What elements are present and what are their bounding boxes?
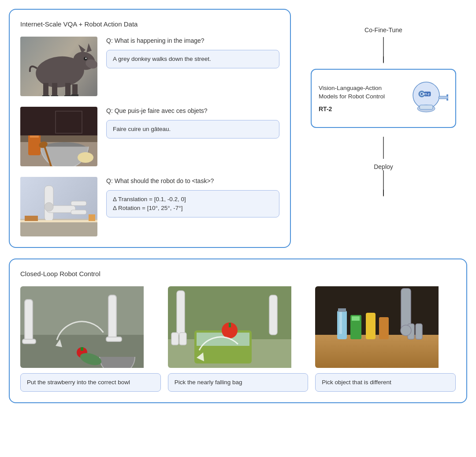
qa-content-3: Q: What should the robot do to <task>? Δ… <box>106 177 279 217</box>
robot-card-3: Pick object that is different <box>315 286 456 392</box>
arrow-deploy-bottom <box>383 170 384 197</box>
answer-box-1: A grey donkey walks down the street. <box>106 50 279 68</box>
vla-box: Vision-Language-Action Models for Robot … <box>311 69 456 128</box>
robot-photo-1 <box>20 286 161 368</box>
vqa-panel-title: Internet-Scale VQA + Robot Action Data <box>20 20 279 28</box>
vla-subtitle: RT-2 <box>319 105 399 112</box>
svg-rect-10 <box>446 99 448 101</box>
robot-card-2: Pick the nearly falling bag <box>168 286 309 392</box>
bottom-panel: Closed-Loop Robot Control Put the strawb… <box>9 258 467 403</box>
robot-photo-2 <box>168 286 309 368</box>
svg-text:RT-2: RT-2 <box>423 93 429 96</box>
arrow-to-vla <box>383 37 384 64</box>
vla-title: Vision-Language-Action Models for Robot … <box>319 84 399 101</box>
co-fine-tune-label: Co-Fine-Tune <box>364 26 402 34</box>
main-container: Internet-Scale VQA + Robot Action Data Q… <box>9 9 467 403</box>
robot-arm-image <box>20 177 97 236</box>
svg-rect-8 <box>439 96 448 99</box>
question-2: Q: Que puis-je faire avec ces objets? <box>106 107 279 116</box>
robot-caption-2: Pick the nearly falling bag <box>168 373 309 392</box>
arrow-deploy-top <box>383 137 384 163</box>
svg-marker-15 <box>383 190 384 197</box>
bottom-panel-title: Closed-Loop Robot Control <box>20 270 456 277</box>
qa-row-2: Q: Que puis-je faire avec ces objets? Fa… <box>20 107 279 166</box>
svg-rect-12 <box>420 105 433 109</box>
svg-point-5 <box>421 93 423 95</box>
robot-caption-3: Pick object that is different <box>315 373 456 392</box>
robot-photo-3 <box>315 286 456 368</box>
qa-content-2: Q: Que puis-je faire avec ces objets? Fa… <box>106 107 279 139</box>
robot-card-1: Put the strawberry into the correct bowl <box>20 286 161 392</box>
qa-row-1: Q: What is happening in the image? A gre… <box>20 37 279 96</box>
vla-text: Vision-Language-Action Models for Robot … <box>319 84 399 112</box>
vqa-panel: Internet-Scale VQA + Robot Action Data Q… <box>9 9 291 248</box>
question-1: Q: What is happening in the image? <box>106 37 279 45</box>
robot-caption-1: Put the strawberry into the correct bowl <box>20 373 161 392</box>
deploy-label: Deploy <box>374 163 393 170</box>
question-3: Q: What should the robot do to <task>? <box>106 177 279 186</box>
answer-box-2: Faire cuire un gâteau. <box>106 120 279 139</box>
answer-box-3: Δ Translation = [0.1, -0.2, 0] Δ Rotatio… <box>106 190 279 218</box>
svg-rect-9 <box>446 94 448 96</box>
qa-row-3: Q: What should the robot do to <task>? Δ… <box>20 177 279 236</box>
top-section: Internet-Scale VQA + Robot Action Data Q… <box>9 9 467 248</box>
robot-images-row: Put the strawberry into the correct bowl… <box>20 286 456 392</box>
robot-illustration: RT-2 <box>404 79 448 118</box>
kitchen-image <box>20 107 97 166</box>
svg-marker-1 <box>383 56 384 64</box>
qa-content-1: Q: What is happening in the image? A gre… <box>106 37 279 68</box>
donkey-image <box>20 37 97 96</box>
